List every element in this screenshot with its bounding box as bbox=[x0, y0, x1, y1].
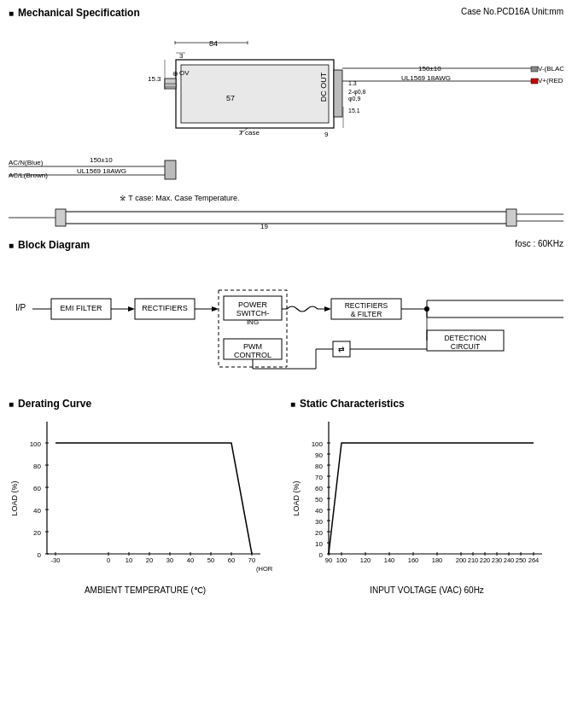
svg-text:UL1569 18AWG: UL1569 18AWG bbox=[77, 167, 126, 175]
svg-text:PWM: PWM bbox=[243, 342, 262, 351]
svg-text:90: 90 bbox=[315, 451, 323, 459]
svg-text:60: 60 bbox=[315, 485, 323, 492]
svg-text:ING: ING bbox=[247, 318, 259, 326]
svg-text:100: 100 bbox=[30, 440, 42, 448]
block-diagram-title: Block Diagram bbox=[9, 239, 563, 251]
svg-text:84: 84 bbox=[209, 39, 218, 48]
block-freq: fosc : 60KHz bbox=[515, 239, 563, 248]
svg-text:100: 100 bbox=[336, 556, 347, 564]
mechanical-svg: 84 3 15.3 ⊕ OV 57 DC OUT bbox=[9, 34, 563, 230]
svg-text:AC/N(Blue): AC/N(Blue) bbox=[9, 159, 44, 166]
svg-text:230: 230 bbox=[492, 556, 503, 564]
derating-curve-panel: Derating Curve 0 20 40 60 80 100 bbox=[9, 398, 282, 595]
svg-text:57: 57 bbox=[226, 94, 235, 102]
svg-text:(HORIZONTAL): (HORIZONTAL) bbox=[256, 565, 273, 573]
svg-marker-54 bbox=[128, 306, 135, 312]
svg-text:20: 20 bbox=[33, 529, 41, 537]
svg-text:240: 240 bbox=[504, 556, 515, 564]
svg-text:T case: T case bbox=[239, 129, 260, 137]
svg-text:80: 80 bbox=[33, 463, 41, 470]
svg-text:60: 60 bbox=[33, 485, 41, 492]
static-chart-area: 0 10 20 30 40 50 60 70 80 90 100 bbox=[290, 413, 563, 584]
svg-text:20: 20 bbox=[315, 529, 323, 537]
svg-text:100: 100 bbox=[312, 440, 324, 448]
svg-text:0: 0 bbox=[319, 551, 324, 559]
svg-text:20: 20 bbox=[146, 556, 153, 564]
svg-text:10: 10 bbox=[315, 540, 323, 548]
svg-rect-23 bbox=[531, 67, 538, 72]
svg-text:30: 30 bbox=[166, 556, 173, 564]
static-char-panel: Static Characteristics 0 10 20 30 40 50 … bbox=[290, 398, 563, 595]
svg-text:φ0,9: φ0,9 bbox=[348, 96, 360, 102]
block-diagram-svg: I/P EMI FILTER RECTIFIERS POWER SWITCH- … bbox=[9, 266, 563, 381]
svg-text:CIRCUIT: CIRCUIT bbox=[451, 342, 480, 351]
svg-text:⇄: ⇄ bbox=[338, 345, 345, 353]
svg-text:LOAD (%): LOAD (%) bbox=[10, 480, 19, 515]
block-diagram-content: I/P EMI FILTER RECTIFIERS POWER SWITCH- … bbox=[9, 266, 563, 386]
svg-text:30: 30 bbox=[315, 518, 323, 526]
svg-marker-58 bbox=[212, 306, 219, 312]
svg-text:RECTIFIERS: RECTIFIERS bbox=[345, 301, 388, 310]
svg-text:180: 180 bbox=[432, 556, 443, 564]
derating-svg: 0 20 40 60 80 100 LOAD (%) -30 0 10 bbox=[9, 413, 273, 584]
svg-text:70: 70 bbox=[315, 474, 323, 481]
svg-text:SWITCH-: SWITCH- bbox=[236, 309, 270, 317]
svg-text:200: 200 bbox=[456, 556, 467, 564]
svg-text:1.3: 1.3 bbox=[348, 80, 357, 86]
svg-text:DC OUT: DC OUT bbox=[319, 72, 328, 102]
svg-text:V-(BLACK): V-(BLACK) bbox=[538, 65, 563, 73]
svg-text:140: 140 bbox=[384, 556, 395, 564]
svg-text:160: 160 bbox=[408, 556, 419, 564]
derating-xlabel: AMBIENT TEMPERATURE (℃) bbox=[9, 585, 282, 595]
svg-text:EMI FILTER: EMI FILTER bbox=[61, 304, 102, 312]
svg-rect-11 bbox=[165, 84, 176, 87]
svg-rect-9 bbox=[181, 65, 329, 123]
svg-text:V+(RED): V+(RED) bbox=[538, 77, 563, 84]
svg-rect-37 bbox=[165, 160, 176, 179]
mechanical-diagram: 84 3 15.3 ⊕ OV 57 DC OUT bbox=[9, 34, 563, 230]
svg-text:I/P: I/P bbox=[15, 303, 26, 312]
svg-text:50: 50 bbox=[207, 556, 214, 564]
svg-rect-42 bbox=[55, 209, 66, 226]
svg-text:50: 50 bbox=[315, 496, 323, 504]
svg-text:2-φ0,8: 2-φ0,8 bbox=[348, 89, 366, 96]
svg-rect-41 bbox=[60, 212, 512, 224]
static-char-title: Static Characteristics bbox=[290, 398, 563, 410]
mechanical-spec-section: Mechanical Specification Case No.PCD16A … bbox=[9, 7, 563, 230]
svg-rect-16 bbox=[334, 70, 342, 117]
svg-text:80: 80 bbox=[315, 463, 323, 470]
derating-curve-title: Derating Curve bbox=[9, 398, 282, 410]
svg-text:60: 60 bbox=[228, 556, 235, 564]
svg-rect-43 bbox=[506, 209, 517, 226]
svg-text:40: 40 bbox=[315, 507, 323, 515]
svg-text:120: 120 bbox=[360, 556, 371, 564]
svg-text:-30: -30 bbox=[51, 556, 61, 564]
svg-text:AC/L(Brown): AC/L(Brown) bbox=[9, 172, 48, 179]
derating-chart-area: 0 20 40 60 80 100 LOAD (%) -30 0 10 bbox=[9, 413, 282, 584]
svg-text:0: 0 bbox=[107, 556, 110, 564]
svg-text:210: 210 bbox=[468, 556, 479, 564]
svg-text:90: 90 bbox=[325, 556, 332, 564]
svg-text:15.1: 15.1 bbox=[348, 108, 360, 114]
case-info: Case No.PCD16A Unit:mm bbox=[461, 7, 563, 16]
svg-text:220: 220 bbox=[480, 556, 491, 564]
svg-text:9: 9 bbox=[324, 131, 329, 138]
svg-text:264: 264 bbox=[528, 556, 540, 564]
svg-text:※ T case: Max. Case Temperatur: ※ T case: Max. Case Temperature. bbox=[120, 194, 240, 202]
svg-text:OV: OV bbox=[179, 69, 190, 77]
static-xlabel: INPUT VOLTAGE (VAC) 60Hz bbox=[290, 585, 563, 595]
svg-text:RECTIFIERS: RECTIFIERS bbox=[142, 304, 188, 312]
svg-text:⊕: ⊕ bbox=[172, 70, 178, 78]
svg-text:& FILTER: & FILTER bbox=[351, 310, 382, 318]
svg-text:70: 70 bbox=[248, 556, 255, 564]
svg-text:POWER: POWER bbox=[238, 300, 268, 309]
block-diagram-section: Block Diagram fosc : 60KHz I/P EMI FILTE… bbox=[9, 239, 563, 386]
lower-charts: Derating Curve 0 20 40 60 80 100 bbox=[9, 398, 563, 595]
svg-text:CONTROL: CONTROL bbox=[234, 351, 271, 359]
svg-text:15.3: 15.3 bbox=[148, 75, 161, 83]
svg-text:150±10: 150±10 bbox=[90, 156, 113, 164]
svg-rect-24 bbox=[531, 79, 538, 84]
static-svg: 0 10 20 30 40 50 60 70 80 90 100 bbox=[290, 413, 555, 584]
svg-text:150±10: 150±10 bbox=[418, 65, 441, 73]
svg-text:10: 10 bbox=[125, 556, 132, 564]
